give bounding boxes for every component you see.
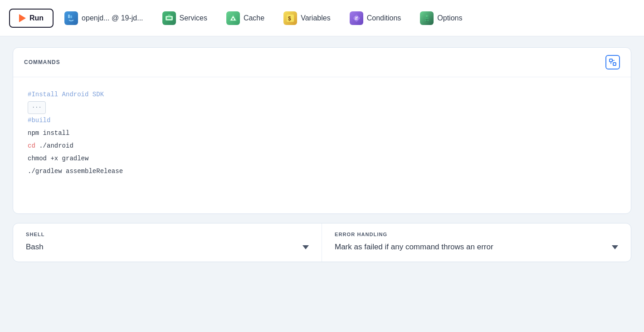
- cache-icon: [226, 11, 240, 25]
- conditions-icon: if: [350, 11, 363, 25]
- nav-item-services[interactable]: Services: [154, 7, 215, 30]
- commands-title: COMMANDS: [24, 59, 60, 65]
- code-ellipsis: ···: [28, 101, 46, 114]
- run-button[interactable]: Run: [9, 9, 54, 28]
- options-label: Options: [437, 14, 462, 22]
- error-section: ERROR HANDLING Mark as failed if any com…: [322, 223, 631, 262]
- shell-section: SHELL Bash: [13, 223, 322, 262]
- expand-button[interactable]: [605, 55, 620, 69]
- svg-rect-3: [167, 17, 171, 19]
- code-line-7: ./gradlew assembleRelease: [28, 165, 616, 178]
- code-cd-keyword: cd: [28, 142, 35, 149]
- cache-label: Cache: [244, 14, 264, 22]
- code-comment-1: #Install Android SDK: [28, 91, 104, 98]
- code-area: #Install Android SDK ··· #build npm inst…: [13, 77, 631, 213]
- shell-label: SHELL: [26, 232, 309, 237]
- code-line-6: chmod +x gradlew: [28, 152, 616, 165]
- code-gradlew: ./gradlew assembleRelease: [28, 168, 123, 175]
- svg-rect-1: [70, 15, 72, 18]
- svg-point-7: [232, 18, 234, 20]
- svg-rect-18: [610, 59, 612, 62]
- variables-label: Variables: [301, 14, 331, 22]
- svg-text:$: $: [288, 15, 291, 22]
- shell-chevron-icon[interactable]: [302, 245, 309, 249]
- error-chevron-icon[interactable]: [612, 245, 618, 249]
- nav-item-variables[interactable]: $ Variables: [275, 7, 339, 30]
- nav-item-conditions[interactable]: if Conditions: [342, 7, 410, 30]
- play-icon: [19, 14, 26, 22]
- top-bar: Run openjd... @ 19-jd... Services: [0, 0, 644, 36]
- services-label: Services: [180, 14, 207, 22]
- code-line-4: npm install: [28, 127, 616, 139]
- commands-card: COMMANDS #Install Android SDK ··· #build: [13, 47, 631, 214]
- conditions-label: Conditions: [367, 14, 401, 22]
- code-line-1: #Install Android SDK: [28, 88, 616, 101]
- main-content: COMMANDS #Install Android SDK ··· #build: [0, 36, 644, 273]
- error-label: ERROR HANDLING: [335, 232, 618, 237]
- code-line-5: cd ./android: [28, 139, 616, 152]
- code-comment-2: #build: [28, 117, 50, 124]
- error-value: Mark as failed if any command throws an …: [335, 243, 493, 252]
- code-cd-path: ./android: [35, 142, 73, 149]
- svg-rect-19: [613, 63, 616, 65]
- shell-select-row[interactable]: Bash: [26, 243, 309, 252]
- error-select-row[interactable]: Mark as failed if any command throws an …: [335, 243, 618, 252]
- variables-icon: $: [283, 11, 297, 25]
- openjdk-label: openjd... @ 19-jd...: [82, 14, 143, 22]
- code-chmod: chmod +x gradlew: [28, 155, 88, 162]
- nav-item-openjdk[interactable]: openjd... @ 19-jd...: [56, 7, 151, 30]
- code-npm-install: npm install: [28, 129, 69, 137]
- svg-text:if: if: [355, 15, 358, 21]
- svg-rect-4: [168, 15, 171, 16]
- nav-item-cache[interactable]: Cache: [218, 7, 273, 30]
- code-line-3: #build: [28, 114, 616, 127]
- services-icon: [162, 11, 176, 25]
- commands-card-header: COMMANDS: [13, 48, 631, 77]
- nav-item-options[interactable]: Options: [412, 7, 470, 30]
- options-icon: [420, 11, 434, 25]
- code-line-2: ···: [28, 101, 616, 114]
- bottom-card: SHELL Bash ERROR HANDLING Mark as failed…: [13, 223, 631, 262]
- shell-value: Bash: [26, 243, 44, 252]
- run-label: Run: [29, 14, 44, 22]
- openjdk-icon: [64, 11, 78, 25]
- svg-rect-0: [68, 15, 70, 18]
- bottom-grid: SHELL Bash ERROR HANDLING Mark as failed…: [13, 223, 631, 262]
